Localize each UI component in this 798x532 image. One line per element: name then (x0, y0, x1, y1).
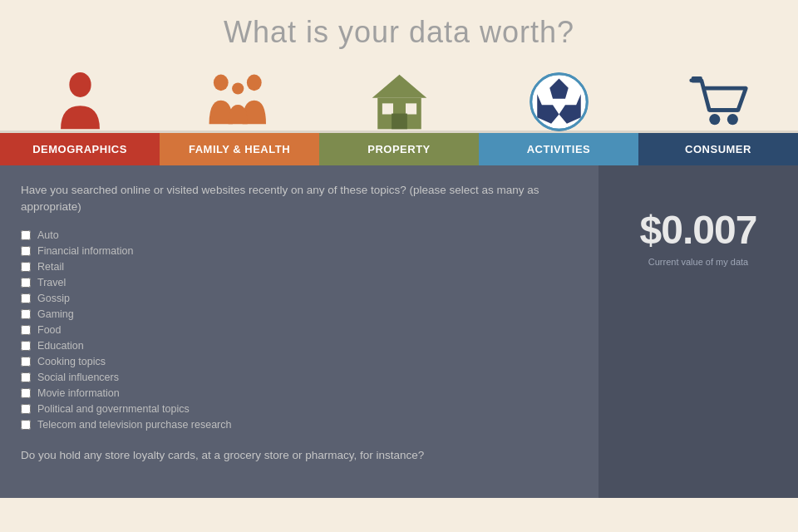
checkbox-label: Financial information (37, 245, 133, 257)
tab-property[interactable]: PROPERTY (319, 133, 479, 165)
checkbox-item: Telecom and television purchase research (21, 419, 578, 431)
checkbox-item: Movie information (21, 387, 578, 399)
checkbox-item: Education (21, 340, 578, 352)
checkbox-6[interactable] (21, 325, 31, 335)
question1-text: Have you searched online or visited webs… (21, 182, 578, 216)
checkbox-item: Social influencers (21, 372, 578, 383)
data-label: Current value of my data (648, 257, 748, 267)
question2-text: Do you hold any store loyalty cards, at … (21, 447, 578, 464)
checkbox-label: Gossip (37, 293, 70, 304)
svg-point-2 (247, 75, 262, 91)
checkbox-label: Movie information (37, 387, 120, 399)
checkbox-4[interactable] (21, 293, 31, 303)
icon-row (0, 58, 798, 133)
svg-rect-8 (392, 114, 407, 130)
checkbox-label: Social influencers (37, 372, 119, 383)
activities-icon (479, 71, 638, 133)
checkbox-label: Retail (37, 261, 64, 273)
checkbox-9[interactable] (21, 372, 31, 382)
checkbox-item: Gaming (21, 308, 578, 320)
checkbox-item: Political and governmental topics (21, 403, 578, 415)
checkbox-8[interactable] (21, 357, 31, 367)
tab-demographics[interactable]: DEMOGRAPHICS (0, 133, 160, 165)
svg-point-0 (69, 72, 91, 97)
checkbox-3[interactable] (21, 278, 31, 288)
tab-activities[interactable]: ACTIVITIES (479, 133, 638, 165)
checkbox-label: Political and governmental topics (37, 403, 190, 415)
content-area: Have you searched online or visited webs… (0, 165, 798, 498)
tab-consumer[interactable]: CONSUMER (638, 133, 798, 165)
checkbox-label: Education (37, 340, 84, 352)
checkbox-5[interactable] (21, 309, 31, 319)
property-icon (319, 71, 479, 133)
checkbox-12[interactable] (21, 420, 31, 430)
checkbox-label: Travel (37, 277, 66, 288)
checkbox-label: Gaming (37, 308, 74, 320)
right-panel: $0.007 Current value of my data (598, 165, 798, 498)
checkbox-10[interactable] (21, 388, 31, 398)
checkbox-7[interactable] (21, 341, 31, 351)
checkbox-list: AutoFinancial informationRetailTravelGos… (21, 229, 578, 431)
svg-point-1 (214, 75, 229, 91)
family-icon (160, 71, 319, 133)
checkbox-item: Travel (21, 277, 578, 288)
checkbox-label: Telecom and television purchase research (37, 419, 231, 431)
left-panel: Have you searched online or visited webs… (0, 165, 598, 498)
demographics-icon (0, 71, 160, 133)
checkbox-1[interactable] (21, 246, 31, 256)
checkbox-item: Auto (21, 229, 578, 241)
svg-point-17 (727, 114, 737, 125)
svg-point-3 (232, 82, 244, 94)
checkbox-2[interactable] (21, 262, 31, 272)
checkbox-label: Food (37, 324, 62, 336)
svg-point-16 (709, 114, 720, 125)
checkbox-item: Cooking topics (21, 356, 578, 367)
header: What is your data worth? (0, 0, 798, 165)
checkbox-item: Food (21, 324, 578, 336)
consumer-icon (638, 71, 798, 133)
tab-family-health[interactable]: FAMILY & HEALTH (160, 133, 319, 165)
svg-rect-14 (691, 76, 702, 83)
checkbox-0[interactable] (21, 230, 31, 240)
svg-marker-4 (372, 75, 426, 98)
checkbox-item: Gossip (21, 293, 578, 304)
checkbox-11[interactable] (21, 404, 31, 414)
svg-rect-7 (406, 103, 416, 114)
checkbox-item: Retail (21, 261, 578, 273)
checkbox-label: Cooking topics (37, 356, 106, 367)
page-title: What is your data worth? (0, 15, 798, 50)
svg-rect-6 (382, 103, 392, 114)
data-value: $0.007 (640, 207, 757, 253)
checkbox-item: Financial information (21, 245, 578, 257)
checkbox-label: Auto (37, 229, 59, 241)
nav-tabs: DEMOGRAPHICS FAMILY & HEALTH PROPERTY AC… (0, 133, 798, 165)
